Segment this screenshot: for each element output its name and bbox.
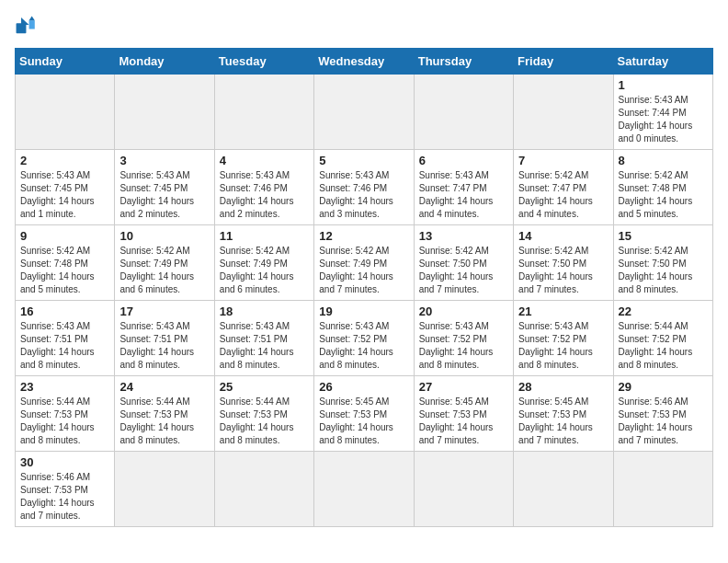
day-info: Sunrise: 5:43 AMSunset: 7:47 PMDaylight:… bbox=[419, 169, 508, 221]
calendar-cell bbox=[613, 452, 712, 527]
day-info: Sunrise: 5:44 AMSunset: 7:52 PMDaylight:… bbox=[619, 320, 708, 372]
day-number: 8 bbox=[619, 154, 708, 167]
calendar-cell bbox=[115, 75, 214, 150]
calendar-cell: 17Sunrise: 5:43 AMSunset: 7:51 PMDayligh… bbox=[115, 301, 214, 376]
calendar-cell: 23Sunrise: 5:44 AMSunset: 7:53 PMDayligh… bbox=[16, 376, 115, 452]
day-info: Sunrise: 5:43 AMSunset: 7:52 PMDaylight:… bbox=[319, 320, 408, 372]
day-number: 4 bbox=[220, 154, 309, 167]
weekday-header-tuesday: Tuesday bbox=[214, 49, 313, 75]
day-number: 5 bbox=[319, 154, 408, 167]
day-info: Sunrise: 5:42 AMSunset: 7:48 PMDaylight:… bbox=[20, 245, 109, 296]
calendar-week-5: 23Sunrise: 5:44 AMSunset: 7:53 PMDayligh… bbox=[16, 376, 713, 452]
day-info: Sunrise: 5:43 AMSunset: 7:46 PMDaylight:… bbox=[319, 169, 408, 221]
day-number: 1 bbox=[619, 78, 708, 92]
calendar-cell: 9Sunrise: 5:42 AMSunset: 7:48 PMDaylight… bbox=[16, 225, 115, 301]
day-info: Sunrise: 5:43 AMSunset: 7:45 PMDaylight:… bbox=[20, 169, 109, 221]
day-number: 30 bbox=[20, 455, 109, 469]
day-number: 17 bbox=[119, 304, 209, 318]
day-number: 6 bbox=[419, 154, 508, 167]
calendar-cell bbox=[115, 452, 214, 527]
day-number: 7 bbox=[518, 154, 608, 167]
calendar-cell bbox=[214, 75, 313, 150]
day-info: Sunrise: 5:45 AMSunset: 7:53 PMDaylight:… bbox=[518, 396, 608, 447]
calendar-cell: 18Sunrise: 5:43 AMSunset: 7:51 PMDayligh… bbox=[214, 301, 313, 376]
calendar-cell: 30Sunrise: 5:46 AMSunset: 7:53 PMDayligh… bbox=[16, 452, 115, 527]
calendar-cell: 11Sunrise: 5:42 AMSunset: 7:49 PMDayligh… bbox=[214, 225, 313, 301]
calendar-cell bbox=[414, 75, 513, 150]
day-number: 15 bbox=[619, 229, 708, 243]
weekday-header-sunday: Sunday bbox=[16, 49, 115, 75]
day-info: Sunrise: 5:43 AMSunset: 7:51 PMDaylight:… bbox=[220, 320, 309, 372]
calendar-cell: 16Sunrise: 5:43 AMSunset: 7:51 PMDayligh… bbox=[16, 301, 115, 376]
day-info: Sunrise: 5:42 AMSunset: 7:50 PMDaylight:… bbox=[518, 245, 608, 296]
day-info: Sunrise: 5:45 AMSunset: 7:53 PMDaylight:… bbox=[319, 396, 408, 447]
day-number: 26 bbox=[319, 380, 408, 394]
day-info: Sunrise: 5:43 AMSunset: 7:52 PMDaylight:… bbox=[419, 320, 508, 372]
page-header bbox=[15, 15, 713, 40]
calendar-cell: 25Sunrise: 5:44 AMSunset: 7:53 PMDayligh… bbox=[214, 376, 313, 452]
svg-marker-3 bbox=[29, 17, 35, 21]
day-info: Sunrise: 5:42 AMSunset: 7:49 PMDaylight:… bbox=[119, 245, 209, 296]
calendar-week-2: 2Sunrise: 5:43 AMSunset: 7:45 PMDaylight… bbox=[16, 150, 713, 225]
calendar-cell: 14Sunrise: 5:42 AMSunset: 7:50 PMDayligh… bbox=[514, 225, 613, 301]
calendar-week-6: 30Sunrise: 5:46 AMSunset: 7:53 PMDayligh… bbox=[16, 452, 713, 527]
weekday-header-thursday: Thursday bbox=[414, 49, 513, 75]
day-number: 25 bbox=[220, 380, 309, 394]
calendar-cell: 12Sunrise: 5:42 AMSunset: 7:49 PMDayligh… bbox=[314, 225, 414, 301]
day-number: 22 bbox=[619, 304, 708, 318]
day-info: Sunrise: 5:46 AMSunset: 7:53 PMDaylight:… bbox=[20, 471, 109, 523]
day-info: Sunrise: 5:46 AMSunset: 7:53 PMDaylight:… bbox=[619, 396, 708, 447]
calendar-cell: 22Sunrise: 5:44 AMSunset: 7:52 PMDayligh… bbox=[613, 301, 712, 376]
calendar-cell: 28Sunrise: 5:45 AMSunset: 7:53 PMDayligh… bbox=[514, 376, 613, 452]
weekday-header-wednesday: Wednesday bbox=[314, 49, 414, 75]
day-info: Sunrise: 5:42 AMSunset: 7:47 PMDaylight:… bbox=[518, 169, 608, 221]
calendar-cell: 27Sunrise: 5:45 AMSunset: 7:53 PMDayligh… bbox=[414, 376, 513, 452]
day-number: 16 bbox=[20, 304, 109, 318]
calendar-week-1: 1Sunrise: 5:43 AMSunset: 7:44 PMDaylight… bbox=[16, 75, 713, 150]
logo-icon bbox=[15, 15, 40, 40]
day-info: Sunrise: 5:43 AMSunset: 7:51 PMDaylight:… bbox=[119, 320, 209, 372]
day-info: Sunrise: 5:42 AMSunset: 7:49 PMDaylight:… bbox=[220, 245, 309, 296]
day-info: Sunrise: 5:43 AMSunset: 7:44 PMDaylight:… bbox=[619, 94, 708, 145]
day-info: Sunrise: 5:43 AMSunset: 7:51 PMDaylight:… bbox=[20, 320, 109, 372]
calendar-week-4: 16Sunrise: 5:43 AMSunset: 7:51 PMDayligh… bbox=[16, 301, 713, 376]
calendar-cell: 1Sunrise: 5:43 AMSunset: 7:44 PMDaylight… bbox=[613, 75, 712, 150]
day-info: Sunrise: 5:44 AMSunset: 7:53 PMDaylight:… bbox=[119, 396, 209, 447]
logo bbox=[15, 15, 44, 40]
calendar-cell: 15Sunrise: 5:42 AMSunset: 7:50 PMDayligh… bbox=[613, 225, 712, 301]
svg-marker-1 bbox=[21, 17, 29, 25]
day-number: 24 bbox=[119, 380, 209, 394]
day-number: 19 bbox=[319, 304, 408, 318]
day-number: 3 bbox=[119, 154, 209, 167]
day-info: Sunrise: 5:45 AMSunset: 7:53 PMDaylight:… bbox=[419, 396, 508, 447]
calendar-cell: 21Sunrise: 5:43 AMSunset: 7:52 PMDayligh… bbox=[514, 301, 613, 376]
calendar-cell: 20Sunrise: 5:43 AMSunset: 7:52 PMDayligh… bbox=[414, 301, 513, 376]
day-info: Sunrise: 5:44 AMSunset: 7:53 PMDaylight:… bbox=[20, 396, 109, 447]
calendar-cell: 4Sunrise: 5:43 AMSunset: 7:46 PMDaylight… bbox=[214, 150, 313, 225]
day-number: 18 bbox=[220, 304, 309, 318]
calendar-cell: 13Sunrise: 5:42 AMSunset: 7:50 PMDayligh… bbox=[414, 225, 513, 301]
day-info: Sunrise: 5:44 AMSunset: 7:53 PMDaylight:… bbox=[220, 396, 309, 447]
calendar-cell bbox=[314, 452, 414, 527]
day-number: 23 bbox=[20, 380, 109, 394]
day-number: 27 bbox=[419, 380, 508, 394]
weekday-header-friday: Friday bbox=[514, 49, 613, 75]
svg-rect-0 bbox=[17, 23, 27, 33]
day-info: Sunrise: 5:42 AMSunset: 7:49 PMDaylight:… bbox=[319, 245, 408, 296]
calendar-cell: 26Sunrise: 5:45 AMSunset: 7:53 PMDayligh… bbox=[314, 376, 414, 452]
calendar-cell: 2Sunrise: 5:43 AMSunset: 7:45 PMDaylight… bbox=[16, 150, 115, 225]
day-number: 9 bbox=[20, 229, 109, 243]
calendar-cell: 19Sunrise: 5:43 AMSunset: 7:52 PMDayligh… bbox=[314, 301, 414, 376]
day-number: 10 bbox=[119, 229, 209, 243]
calendar-cell: 7Sunrise: 5:42 AMSunset: 7:47 PMDaylight… bbox=[514, 150, 613, 225]
weekday-header-monday: Monday bbox=[115, 49, 214, 75]
calendar-cell: 6Sunrise: 5:43 AMSunset: 7:47 PMDaylight… bbox=[414, 150, 513, 225]
weekday-header-saturday: Saturday bbox=[613, 49, 712, 75]
calendar-cell: 24Sunrise: 5:44 AMSunset: 7:53 PMDayligh… bbox=[115, 376, 214, 452]
day-number: 20 bbox=[419, 304, 508, 318]
calendar-cell: 29Sunrise: 5:46 AMSunset: 7:53 PMDayligh… bbox=[613, 376, 712, 452]
day-number: 21 bbox=[518, 304, 608, 318]
svg-marker-2 bbox=[29, 20, 35, 29]
day-number: 29 bbox=[619, 380, 708, 394]
calendar-table: SundayMondayTuesdayWednesdayThursdayFrid… bbox=[15, 48, 713, 527]
